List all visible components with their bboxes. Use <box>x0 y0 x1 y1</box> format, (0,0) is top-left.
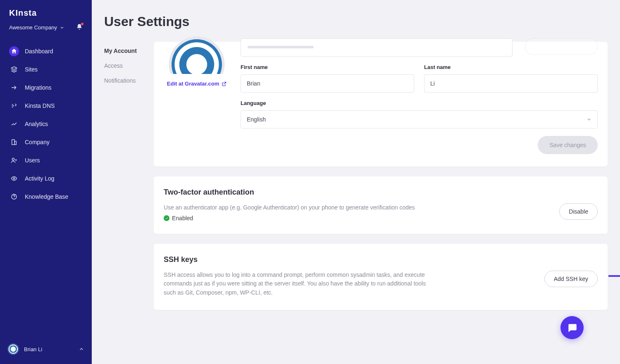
first-name-input[interactable] <box>241 74 414 93</box>
gravatar-link-text: Edit at Gravatar.com <box>167 81 219 87</box>
two-factor-status: Enabled <box>164 215 415 221</box>
sidebar-item-label: Knowledge Base <box>25 193 68 200</box>
main-content: User Settings My Account Access Notifica… <box>92 0 620 364</box>
two-factor-title: Two-factor authentication <box>164 188 598 197</box>
sidebar-item-company[interactable]: Company <box>0 133 92 151</box>
help-icon <box>9 192 19 202</box>
sidebar-item-dns[interactable]: Kinsta DNS <box>0 97 92 115</box>
first-name-label: First name <box>241 64 414 70</box>
language-select[interactable]: English <box>241 110 598 128</box>
chart-icon <box>9 119 19 129</box>
sidebar-item-label: Migrations <box>25 84 52 91</box>
sidebar: KInsta Awesome Company Dashboard Sites M… <box>0 0 92 364</box>
page-title: User Settings <box>92 0 620 29</box>
svg-point-4 <box>13 178 15 179</box>
save-changes-button[interactable]: Save changes <box>538 136 598 154</box>
svg-rect-2 <box>14 141 16 145</box>
check-icon <box>164 215 169 221</box>
ssh-title: SSH keys <box>164 255 598 264</box>
chevron-up-icon <box>79 346 84 352</box>
change-email-button[interactable] <box>525 38 598 55</box>
sidebar-item-label: Users <box>25 157 40 164</box>
subnav-access[interactable]: Access <box>104 58 150 73</box>
sidebar-item-analytics[interactable]: Analytics <box>0 115 92 133</box>
eye-icon <box>9 174 19 183</box>
footer-user-name: Brian Li <box>24 346 42 352</box>
chat-icon <box>567 322 577 333</box>
two-factor-status-text: Enabled <box>172 215 193 221</box>
chat-launcher[interactable] <box>560 316 584 339</box>
sidebar-item-label: Kinsta DNS <box>25 102 55 109</box>
last-name-input[interactable] <box>424 74 598 93</box>
sidebar-item-sites[interactable]: Sites <box>0 60 92 79</box>
notification-dot <box>81 23 83 25</box>
layers-icon <box>9 64 19 74</box>
user-plus-icon <box>9 155 19 165</box>
primary-nav: Dashboard Sites Migrations Kinsta DNS An… <box>0 39 92 338</box>
chevron-down-icon <box>60 25 64 30</box>
avatar-large <box>169 37 224 74</box>
company-switcher[interactable]: Awesome Company <box>0 24 92 39</box>
subnav-my-account[interactable]: My Account <box>104 43 150 58</box>
ssh-description: SSH access allows you to log into a comm… <box>164 271 436 297</box>
subnav-notifications[interactable]: Notifications <box>104 73 150 88</box>
two-factor-description: Use an authenticator app (e.g. Google Au… <box>164 203 415 212</box>
arrow-icon <box>9 83 19 93</box>
sidebar-item-users[interactable]: Users <box>0 151 92 169</box>
gravatar-link[interactable]: Edit at Gravatar.com <box>167 81 227 87</box>
disable-2fa-button[interactable]: Disable <box>559 203 598 220</box>
email-field <box>241 38 513 57</box>
sidebar-item-label: Analytics <box>25 121 48 127</box>
settings-subnav: My Account Access Notifications <box>104 42 150 320</box>
add-ssh-key-button[interactable]: Add SSH key <box>544 271 598 287</box>
user-menu[interactable]: Brian Li <box>0 338 92 364</box>
sidebar-item-activity[interactable]: Activity Log <box>0 169 92 188</box>
sidebar-item-label: Sites <box>25 66 38 73</box>
svg-marker-0 <box>11 67 17 69</box>
sidebar-item-label: Dashboard <box>25 48 53 55</box>
home-icon <box>9 46 19 56</box>
language-label: Language <box>241 100 598 106</box>
two-factor-panel: Two-factor authentication Use an authent… <box>154 176 608 234</box>
avatar <box>7 343 19 355</box>
sidebar-item-kb[interactable]: Knowledge Base <box>0 188 92 206</box>
last-name-label: Last name <box>424 64 598 70</box>
dns-icon <box>9 101 19 111</box>
external-link-icon <box>222 81 227 86</box>
svg-point-3 <box>12 158 14 160</box>
sidebar-item-label: Company <box>25 139 50 145</box>
svg-rect-1 <box>12 140 15 145</box>
profile-panel: Edit at Gravatar.com First name <box>154 42 608 167</box>
sidebar-item-dashboard[interactable]: Dashboard <box>0 42 92 60</box>
notifications-bell[interactable] <box>76 24 83 31</box>
ssh-panel: SSH keys SSH access allows you to log in… <box>154 244 608 310</box>
language-value: English <box>247 116 266 123</box>
annotation-arrow <box>608 275 620 277</box>
building-icon <box>9 137 19 147</box>
sidebar-item-migrations[interactable]: Migrations <box>0 79 92 97</box>
sidebar-item-label: Activity Log <box>25 175 55 182</box>
brand-logo: KInsta <box>0 0 92 24</box>
company-name: Awesome Company <box>9 24 57 31</box>
chevron-down-icon <box>587 117 591 122</box>
